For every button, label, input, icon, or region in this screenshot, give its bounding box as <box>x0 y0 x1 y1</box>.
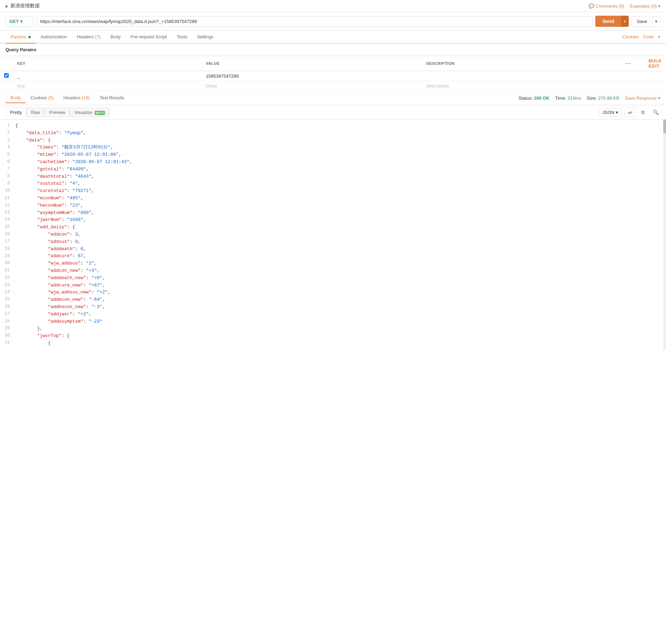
tab-settings[interactable]: Settings <box>192 31 218 44</box>
method-chevron-icon: ▾ <box>20 19 23 24</box>
tab-body[interactable]: Body <box>106 31 126 44</box>
line-content: "mtime": "2020-05-07 12:01:00", <box>15 151 121 159</box>
cookies-link[interactable]: Cookies <box>622 34 639 39</box>
wrap-button[interactable]: ⇌ <box>624 107 635 117</box>
format-select[interactable]: JSON ▾ <box>599 108 621 117</box>
save-response-button[interactable]: Save Response ▾ <box>625 95 660 101</box>
view-tab-preview[interactable]: Preview <box>45 108 70 117</box>
json-line: 22 "adddeath_new": "+0", <box>0 275 666 282</box>
line-content: { <box>15 340 51 347</box>
key-input[interactable] <box>17 74 198 79</box>
json-line: 3 "data": { <box>0 137 666 144</box>
tab-params[interactable]: Params <box>6 31 36 44</box>
view-tab-pretty[interactable]: Pretty <box>6 108 26 117</box>
response-meta: Status: 200 OK Time: 319ms Size: 270.98 … <box>519 95 660 101</box>
row-checkbox[interactable] <box>4 73 9 78</box>
line-number: 29 <box>3 325 15 332</box>
method-select[interactable]: GET ▾ <box>6 16 33 26</box>
json-line: 9 "sustotal": "4", <box>0 180 666 187</box>
line-content: "jwsrTop": [ <box>15 332 70 340</box>
save-response-chevron-icon: ▾ <box>658 95 660 101</box>
collection-title: 新浪疫情数据 <box>10 3 40 9</box>
table-row-empty: Key Value Description <box>0 81 666 91</box>
collection-name: ▶ 新浪疫情数据 <box>6 3 40 9</box>
json-line: 1{ <box>0 122 666 130</box>
line-content: "data_title": "fymap", <box>15 130 86 137</box>
col-key: KEY <box>13 56 202 71</box>
line-content: "addcon_new": "+3", <box>15 267 100 275</box>
json-line: 30 "jwsrTop": [ <box>0 332 666 340</box>
line-number: 9 <box>3 180 15 187</box>
line-number: 24 <box>3 289 15 296</box>
tab-prerequest[interactable]: Pre-request Script <box>126 31 172 44</box>
tabs-chevron-icon: ▾ <box>658 34 660 39</box>
json-line: 26 "addhecon_new": "-3", <box>0 304 666 311</box>
line-number: 11 <box>3 195 15 201</box>
line-number: 1 <box>3 122 15 129</box>
json-line: 10 "curetotal": "79271", <box>0 187 666 195</box>
line-number: 23 <box>3 282 15 289</box>
tab-tests[interactable]: Tests <box>172 31 192 44</box>
json-line: 25 "addecon_new": "-64", <box>0 296 666 304</box>
line-number: 25 <box>3 296 15 303</box>
resp-tab-headers[interactable]: Headers (19) <box>59 93 95 103</box>
bulk-edit-button[interactable]: Bulk Edit <box>649 58 662 69</box>
json-line: 27 "addjwsr": "+2", <box>0 311 666 318</box>
view-tab-raw[interactable]: Raw <box>26 108 45 117</box>
more-actions-icon[interactable]: ••• <box>625 61 632 66</box>
copy-button[interactable]: ⧉ <box>638 107 648 117</box>
code-link[interactable]: Code <box>643 34 654 39</box>
response-bar: Body Cookies (5) Headers (19) Test Resul… <box>0 91 666 105</box>
size-label: Size: 270.98 KB <box>587 95 619 101</box>
tabs-left: Params Authorization Headers (7) Body Pr… <box>6 31 218 43</box>
json-line: 8 "deathtotal": "4643", <box>0 173 666 181</box>
save-button[interactable]: Save <box>632 17 652 26</box>
save-dropdown-button[interactable]: ▾ <box>652 17 660 26</box>
line-number: 8 <box>3 173 15 180</box>
line-content: "addecon_new": "-64", <box>15 296 105 304</box>
resp-tab-test-results[interactable]: Test Results <box>95 93 129 103</box>
search-button[interactable]: 🔍 <box>651 107 660 117</box>
line-number: 27 <box>3 311 15 317</box>
view-tab-visualize[interactable]: Visualize BETA <box>70 108 109 117</box>
json-line: 24 "wjw_addsus_new": "+2", <box>0 289 666 296</box>
json-line: 6 "cachetime": "2020-05-07 12:01:43", <box>0 159 666 166</box>
line-content: "adddeath_new": "+0", <box>15 275 105 282</box>
line-content: "econNum": "495", <box>15 195 83 202</box>
send-dropdown-button[interactable]: ▾ <box>621 16 629 27</box>
line-number: 13 <box>3 209 15 216</box>
line-content: "adddeath": 0, <box>15 246 86 253</box>
tab-headers[interactable]: Headers (7) <box>72 31 106 44</box>
description-input[interactable] <box>426 74 608 79</box>
line-content: "deathtotal": "4643", <box>15 173 94 181</box>
json-line: 15 "add_daily": { <box>0 224 666 231</box>
resp-tab-body[interactable]: Body <box>6 93 26 103</box>
request-bar: GET ▾ Send ▾ Save ▾ <box>0 12 666 31</box>
desc-placeholder: Description <box>426 83 449 89</box>
json-line: 7 "gntotal": "84409", <box>0 166 666 173</box>
json-line: 5 "mtime": "2020-05-07 12:01:00", <box>0 151 666 159</box>
body-view-bar: Pretty Raw Preview Visualize BETA JSON ▾… <box>0 105 666 120</box>
time-label: Time: 319ms <box>555 95 581 101</box>
time-value: 319ms <box>567 95 581 101</box>
scrollbar-track[interactable] <box>663 120 666 350</box>
expand-arrow-icon[interactable]: ▶ <box>6 4 8 8</box>
send-button[interactable]: Send <box>595 16 621 27</box>
scrollbar-thumb[interactable] <box>663 120 666 133</box>
params-table: KEY VALUE DESCRIPTION ••• Bulk Edit Key … <box>0 56 666 91</box>
line-content: "addsus": 0, <box>15 238 80 246</box>
comments-button[interactable]: 💬 Comments (0) <box>589 3 624 9</box>
line-content: "add_daily": { <box>15 224 75 231</box>
url-input[interactable] <box>36 16 593 26</box>
resp-tab-cookies[interactable]: Cookies (5) <box>26 93 59 103</box>
line-number: 21 <box>3 267 15 274</box>
json-line: 20 "wjw_addsus": "2", <box>0 260 666 267</box>
json-line: 23 "addcure_new": "+67", <box>0 282 666 289</box>
value-input[interactable] <box>206 74 418 79</box>
line-content: "jwsrNum": "1680", <box>15 216 86 224</box>
json-line: 18 "adddeath": 0, <box>0 246 666 253</box>
examples-button[interactable]: Examples (0) ▾ <box>630 3 660 9</box>
query-params-title: Query Params <box>0 44 666 56</box>
line-number: 15 <box>3 224 15 230</box>
tab-authorization[interactable]: Authorization <box>36 31 72 44</box>
